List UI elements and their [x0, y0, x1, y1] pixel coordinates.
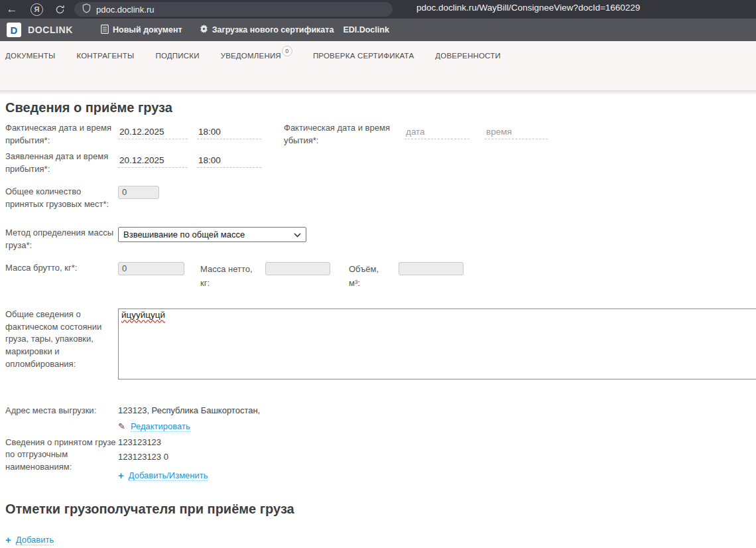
label-mass-method: Метод определения массы груза*: [5, 227, 118, 252]
actual-arrival-date-input[interactable]: 20.12.2025 [118, 127, 188, 139]
menu-edi-doclink[interactable]: EDI.Doclink [343, 25, 389, 34]
tab-notifications-label: УВЕДОМЛЕНИЯ [221, 52, 281, 60]
label-actual-arrival: Фактическая дата и время прибытия*: [5, 122, 118, 147]
total-places-input[interactable]: 0 [118, 186, 159, 199]
refresh-icon[interactable] [55, 5, 65, 15]
menu-upload-certificate-label: Загрузка нового сертификата [212, 25, 334, 34]
actual-arrival-time-input[interactable]: 18:00 [197, 127, 261, 139]
menu-upload-certificate[interactable]: Загрузка нового сертификата [200, 25, 334, 35]
tab-certificate-check[interactable]: ПРОВЕРКА СЕРТИФИКАТА [313, 52, 414, 60]
label-actual-departure: Фактическая дата и время убытия*: [284, 122, 390, 147]
notifications-count-badge: 0 [282, 46, 292, 56]
label-cargo-condition: Общие сведения о фактическом состоянии г… [5, 308, 118, 371]
cargo-condition-text: йцууйцуцй [121, 310, 165, 320]
mass-method-select[interactable]: Взвешивание по общей массе [118, 227, 306, 242]
label-unload-address: Адрес места выгрузки: [5, 405, 118, 417]
page-url-text: pdoc.doclink.ru/WayBill/ConsigneeView?do… [416, 3, 640, 13]
menu-new-document-label: Новый документ [113, 25, 182, 34]
declared-arrival-time-input[interactable]: 18:00 [197, 155, 261, 168]
url-domain: pdoc.doclink.ru [96, 5, 154, 15]
label-accepted-cargo: Сведения о принятом грузе по отгрузочным… [5, 437, 118, 474]
accepted-cargo-line-2: 123123123 0 [118, 451, 208, 464]
label-declared-arrival: Заявленная дата и время прибытия*: [5, 151, 118, 176]
menu-new-document[interactable]: Новый документ [101, 25, 182, 36]
section-title-cargo-acceptance: Сведения о приёме груза [5, 100, 756, 115]
back-icon[interactable]: ← [5, 3, 19, 16]
main-navigation: ДОКУМЕНТЫ КОНТРАГЕНТЫ ПОДПИСКИ УВЕДОМЛЕН… [0, 41, 756, 90]
gross-mass-input[interactable]: 0 [118, 262, 184, 275]
gear-icon [200, 25, 208, 35]
tab-notifications[interactable]: УВЕДОМЛЕНИЯ 0 [221, 52, 281, 60]
plus-icon: + [5, 534, 11, 545]
actual-departure-time-input[interactable]: время [485, 127, 548, 139]
label-net-mass: Масса нетто, кг: [200, 262, 262, 290]
nav-shadow-divider [0, 90, 756, 95]
brand-name: DOCLINK [28, 25, 73, 35]
add-mark-link[interactable]: Добавить [16, 535, 54, 545]
chevron-down-icon [294, 230, 301, 240]
pencil-icon: ✎ [118, 421, 125, 431]
shield-icon [82, 3, 91, 16]
edit-address-link[interactable]: Редактировать [131, 421, 190, 432]
net-mass-input[interactable] [265, 262, 330, 275]
tab-counterparties[interactable]: КОНТРАГЕНТЫ [76, 52, 134, 60]
volume-input[interactable] [399, 262, 464, 275]
section-title-consignee-marks: Отметки грузополучателя при приёме груза [5, 502, 756, 517]
unload-address-value: 123123, Республика Башкортостан, [118, 405, 260, 417]
label-volume: Объём, м³: [349, 262, 391, 290]
menu-edi-doclink-label: EDI.Doclink [343, 25, 389, 34]
label-total-places: Общее количество принятых грузовых мест*… [5, 186, 118, 211]
tab-powers-of-attorney[interactable]: ДОВЕРЕННОСТИ [435, 52, 501, 60]
mass-method-selected-value: Взвешивание по общей массе [123, 230, 245, 240]
document-icon [101, 25, 109, 36]
add-edit-cargo-link[interactable]: Добавить/Изменить [129, 470, 208, 481]
plus-icon: + [118, 470, 124, 481]
browser-logo-icon[interactable]: Я [31, 3, 43, 16]
app-header: D DOCLINK Новый документ Загрузка нового… [0, 19, 756, 41]
tab-subscriptions[interactable]: ПОДПИСКИ [155, 52, 199, 60]
address-bar[interactable]: pdoc.doclink.ru [74, 2, 393, 17]
label-gross-mass: Масса брутто, кг*: [5, 262, 118, 275]
browser-toolbar: ← Я pdoc.doclink.ru pdoc.doclink.ru/WayB… [0, 0, 756, 19]
doclink-logo-icon[interactable]: D [7, 23, 21, 37]
tab-documents[interactable]: ДОКУМЕНТЫ [5, 52, 55, 60]
accepted-cargo-line-1: 123123123 [118, 437, 208, 449]
declared-arrival-date-input[interactable]: 20.12.2025 [118, 155, 188, 168]
cargo-condition-textarea[interactable]: йцууйцуцй [118, 308, 756, 379]
actual-departure-date-input[interactable]: дата [405, 127, 470, 139]
